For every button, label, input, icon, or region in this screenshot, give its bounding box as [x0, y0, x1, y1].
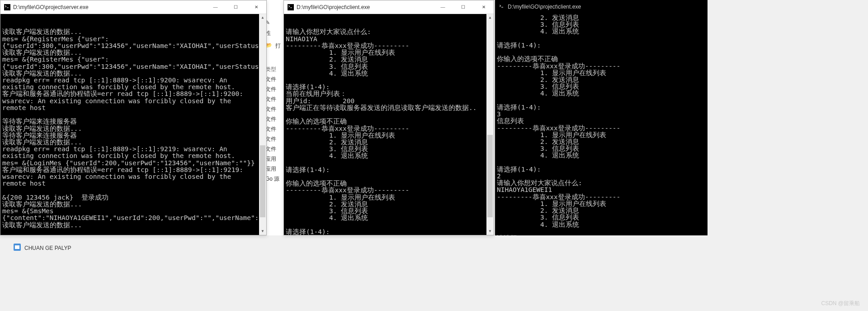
client1-title: D:\myfile\GO\project\client.exe	[297, 4, 433, 10]
client2-titlebar[interactable]: D:\myfile\GO\project\client.exe	[495, 0, 708, 14]
watermark: CSDN @留乘船	[821, 300, 860, 307]
minimize-button[interactable]: —	[205, 0, 226, 14]
console-icon	[4, 4, 10, 10]
scrollbar[interactable]: ▲ ▼	[259, 14, 266, 235]
console-icon	[288, 4, 294, 10]
app-icon	[14, 244, 21, 252]
explorer-open-label: 打	[275, 42, 281, 50]
scroll-thumb[interactable]	[487, 135, 493, 217]
client1-window: D:\myfile\GO\project\client.exe — ☐ ✕ 请输…	[283, 0, 494, 235]
minimize-button[interactable]: —	[433, 0, 453, 14]
scroll-thumb[interactable]	[260, 145, 265, 218]
svg-rect-4	[15, 245, 19, 249]
console-text: 请输入你想对大家说点什么: NIHAO1YA ---------恭喜xxx登录成…	[286, 29, 492, 235]
scroll-up-icon[interactable]: ▲	[259, 14, 266, 21]
close-button[interactable]: ✕	[473, 0, 494, 14]
maximize-button[interactable]: ☐	[226, 0, 246, 14]
close-button[interactable]: ✕	[246, 0, 266, 14]
client2-console[interactable]: 2. 发送消息 3. 信息列表 4. 退出系统 请选择(1-4): 你输入的选项…	[495, 14, 708, 235]
console-text: 2. 发送消息 3. 信息列表 4. 退出系统 请选择(1-4): 你输入的选项…	[497, 14, 706, 235]
console-text: 读取客户端发送的数据... mes= &{RegisterMes {"user"…	[2, 29, 264, 228]
client2-title: D:\myfile\GO\project\client.exe	[508, 4, 708, 10]
taskbar-item[interactable]: CHUAN GE PALYP	[14, 244, 71, 252]
scroll-down-icon[interactable]: ▼	[259, 228, 266, 235]
scroll-down-icon[interactable]: ▼	[486, 228, 494, 235]
maximize-button[interactable]: ☐	[453, 0, 473, 14]
server-console[interactable]: 读取客户端发送的数据... mes= &{RegisterMes {"user"…	[0, 14, 266, 235]
server-title: D:\myfile\GO\project\server.exe	[13, 4, 205, 10]
client1-console[interactable]: 请输入你想对大家说点什么: NIHAO1YA ---------恭喜xxx登录成…	[284, 14, 494, 235]
console-icon	[499, 4, 505, 10]
scrollbar[interactable]: ▲ ▼	[486, 14, 494, 235]
client1-titlebar[interactable]: D:\myfile\GO\project\client.exe — ☐ ✕	[284, 0, 494, 14]
taskbar-label: CHUAN GE PALYP	[24, 245, 71, 251]
scroll-up-icon[interactable]: ▲	[486, 14, 494, 21]
server-titlebar[interactable]: D:\myfile\GO\project\server.exe — ☐ ✕	[0, 0, 266, 14]
server-window: D:\myfile\GO\project\server.exe — ☐ ✕ 读取…	[0, 0, 267, 235]
client2-window: D:\myfile\GO\project\client.exe 2. 发送消息 …	[495, 0, 708, 235]
